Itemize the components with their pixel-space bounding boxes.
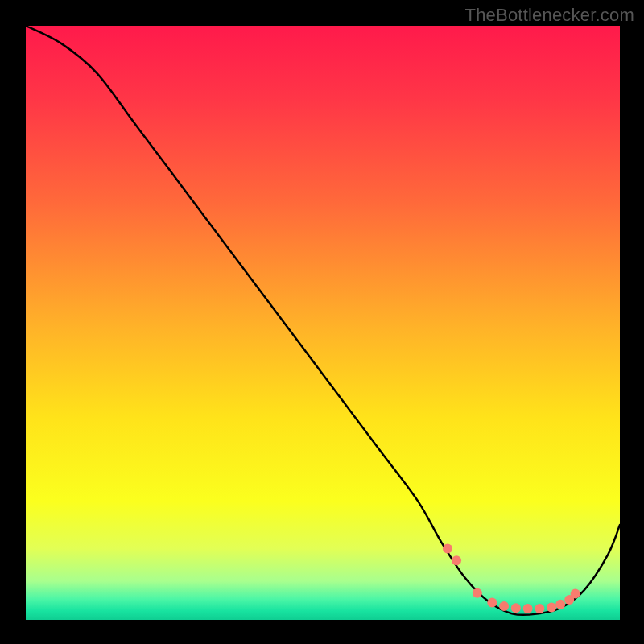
marker-dot bbox=[473, 588, 482, 598]
marker-dot bbox=[487, 598, 497, 608]
chart-stage: TheBottlenecker.com bbox=[0, 0, 644, 644]
marker-dot bbox=[571, 589, 580, 599]
marker-dot bbox=[452, 555, 461, 565]
plot-background bbox=[26, 26, 620, 620]
marker-dot bbox=[523, 604, 533, 613]
marker-dot bbox=[555, 600, 565, 609]
bottleneck-chart bbox=[0, 0, 644, 644]
marker-dot bbox=[547, 603, 556, 613]
marker-dot bbox=[499, 601, 509, 611]
marker-dot bbox=[443, 543, 452, 553]
attribution-label: TheBottlenecker.com bbox=[465, 5, 634, 26]
marker-dot bbox=[511, 603, 521, 613]
marker-dot bbox=[535, 604, 544, 613]
